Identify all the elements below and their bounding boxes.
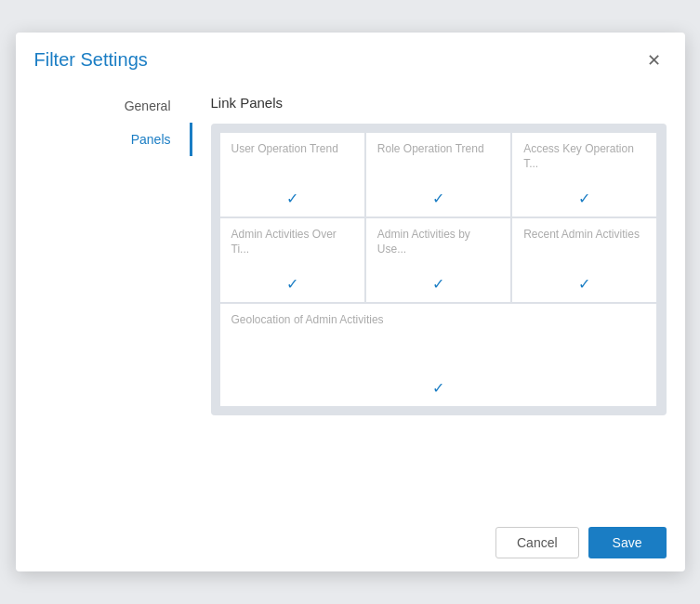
panels-grid-wrapper: User Operation Trend ✓ Role Operation Tr…	[211, 124, 667, 415]
panel-label: Admin Activities Over Ti...	[231, 228, 353, 256]
check-icon: ✓	[286, 190, 298, 207]
panel-check: ✓	[523, 190, 645, 207]
panel-cell-access-key[interactable]: Access Key Operation T... ✓	[512, 133, 656, 217]
section-title: Link Panels	[211, 95, 667, 111]
panels-grid: User Operation Trend ✓ Role Operation Tr…	[220, 133, 657, 406]
dialog-title: Filter Settings	[34, 49, 148, 71]
panel-cell-user-operation-trend[interactable]: User Operation Trend ✓	[220, 133, 364, 217]
panel-check: ✓	[377, 275, 499, 293]
sidebar-item-general[interactable]: General	[16, 89, 192, 123]
check-icon: ✓	[432, 275, 444, 293]
panel-cell-role-operation-trend[interactable]: Role Operation Trend ✓	[366, 133, 510, 217]
panel-cell-recent-admin-activities[interactable]: Recent Admin Activities ✓	[512, 218, 656, 302]
dialog-header: Filter Settings ✕	[16, 33, 685, 80]
panel-check: ✓	[377, 190, 499, 207]
cancel-button[interactable]: Cancel	[495, 527, 579, 558]
close-button[interactable]: ✕	[641, 50, 667, 71]
content-area: Link Panels User Operation Trend ✓ Role …	[192, 80, 685, 514]
panel-check: ✓	[231, 275, 353, 293]
save-button[interactable]: Save	[588, 527, 667, 558]
panel-check: ✓	[231, 190, 353, 207]
sidebar: General Panels	[16, 80, 192, 514]
panel-label: Geolocation of Admin Activities	[231, 313, 384, 328]
check-icon: ✓	[432, 190, 444, 207]
panel-label: Access Key Operation T...	[523, 142, 645, 171]
check-icon: ✓	[578, 275, 590, 293]
panel-label: User Operation Trend	[231, 142, 338, 157]
check-icon: ✓	[432, 379, 444, 397]
dialog-footer: Cancel Save	[16, 514, 685, 571]
panel-cell-geolocation[interactable]: Geolocation of Admin Activities ✓	[220, 304, 657, 406]
panel-label: Role Operation Trend	[377, 142, 484, 157]
check-icon: ✓	[578, 190, 590, 207]
check-icon: ✓	[286, 275, 298, 293]
sidebar-item-panels[interactable]: Panels	[16, 123, 192, 156]
panel-check: ✓	[231, 379, 646, 397]
panel-label: Recent Admin Activities	[523, 228, 640, 243]
panel-cell-admin-activities-over[interactable]: Admin Activities Over Ti... ✓	[220, 218, 364, 302]
filter-settings-dialog: Filter Settings ✕ General Panels Link Pa…	[16, 33, 685, 571]
panel-check: ✓	[523, 275, 645, 293]
dialog-body: General Panels Link Panels User Operatio…	[16, 80, 685, 514]
panel-label: Admin Activities by Use...	[377, 228, 499, 256]
panel-cell-admin-activities-by-use[interactable]: Admin Activities by Use... ✓	[366, 218, 510, 302]
